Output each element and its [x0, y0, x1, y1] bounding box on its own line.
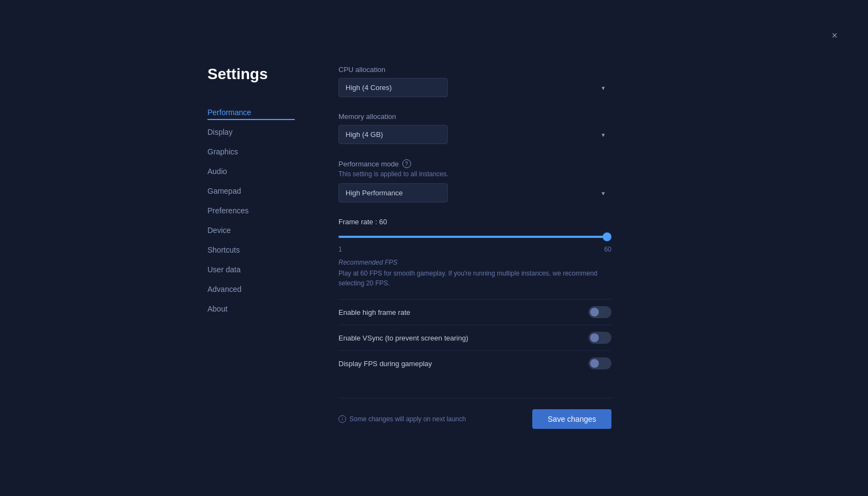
performance-mode-select[interactable]: High Performance Balanced Power Saver [338, 183, 448, 202]
fps-description: Play at 60 FPS for smooth gameplay. If y… [338, 268, 611, 288]
toggle-vsync[interactable] [588, 332, 611, 344]
recommended-fps-label: Recommended FPS [338, 259, 611, 266]
frame-rate-section: Frame rate : 60 1 60 Recommended FPS Pla… [338, 218, 611, 288]
performance-mode-label: Performance mode [338, 160, 399, 168]
toggle-label-display-fps: Display FPS during gameplay [338, 360, 432, 368]
performance-mode-sublabel: This setting is applied to all instances… [338, 170, 611, 178]
frame-rate-slider[interactable] [338, 231, 611, 242]
sidebar-item-about[interactable]: About [207, 301, 295, 316]
toggle-high-frame-rate[interactable] [588, 306, 611, 318]
performance-mode-label-row: Performance mode ? [338, 159, 611, 168]
cpu-allocation-select[interactable]: High (4 Cores) Low (1 Core) Medium (2 Co… [338, 78, 448, 97]
cpu-allocation-wrapper: High (4 Cores) Low (1 Core) Medium (2 Co… [338, 78, 611, 97]
toggle-label-vsync: Enable VSync (to prevent screen tearing) [338, 334, 468, 342]
slider-min-label: 1 [338, 246, 342, 253]
frame-rate-label: Frame rate : 60 [338, 218, 611, 226]
footer-bar: i Some changes will apply on next launch… [338, 398, 611, 429]
slider-max-label: 60 [604, 246, 611, 253]
sidebar-item-device[interactable]: Device [207, 223, 295, 238]
save-changes-button[interactable]: Save changes [532, 409, 611, 429]
sidebar-item-advanced[interactable]: Advanced [207, 282, 295, 297]
sidebar-item-audio[interactable]: Audio [207, 164, 295, 179]
toggle-display-fps[interactable] [588, 357, 611, 369]
memory-allocation-wrapper: High (4 GB) Low (1 GB) Medium (2 GB) Ult… [338, 125, 611, 144]
toggle-row-display-fps: Display FPS during gameplay [338, 350, 611, 376]
performance-mode-dropdown-arrow-icon: ▼ [601, 190, 606, 196]
toggle-row-high-frame-rate: Enable high frame rate [338, 299, 611, 325]
toggle-label-high-frame-rate: Enable high frame rate [338, 308, 411, 316]
toggle-row-vsync: Enable VSync (to prevent screen tearing) [338, 325, 611, 350]
footer-note: i Some changes will apply on next launch [338, 415, 466, 423]
sidebar-item-display[interactable]: Display [207, 124, 295, 140]
sidebar-item-shortcuts[interactable]: Shortcuts [207, 242, 295, 258]
footer-info-icon: i [338, 415, 346, 423]
sidebar-item-graphics[interactable]: Graphics [207, 144, 295, 159]
performance-mode-wrapper: High Performance Balanced Power Saver ▼ [338, 183, 611, 202]
sidebar-item-performance[interactable]: Performance [207, 105, 295, 120]
slider-range-labels: 1 60 [338, 246, 611, 253]
sidebar-item-preferences[interactable]: Preferences [207, 203, 295, 218]
sidebar: PerformanceDisplayGraphicsAudioGamepadPr… [207, 105, 295, 316]
page-title: Settings [207, 65, 295, 83]
cpu-dropdown-arrow-icon: ▼ [601, 85, 606, 91]
memory-allocation-section: Memory allocation High (4 GB) Low (1 GB)… [338, 112, 611, 144]
memory-allocation-label: Memory allocation [338, 112, 611, 121]
footer-note-text: Some changes will apply on next launch [349, 415, 466, 423]
sidebar-item-user-data[interactable]: User data [207, 262, 295, 277]
toggles-section: Enable high frame rateEnable VSync (to p… [338, 299, 611, 376]
close-button[interactable]: × [831, 31, 837, 40]
main-content: CPU allocation High (4 Cores) Low (1 Cor… [338, 65, 611, 451]
cpu-allocation-section: CPU allocation High (4 Cores) Low (1 Cor… [338, 65, 611, 97]
memory-allocation-select[interactable]: High (4 GB) Low (1 GB) Medium (2 GB) Ult… [338, 125, 448, 144]
memory-dropdown-arrow-icon: ▼ [601, 132, 606, 138]
performance-mode-section: Performance mode ? This setting is appli… [338, 159, 611, 202]
sidebar-item-gamepad[interactable]: Gamepad [207, 183, 295, 199]
cpu-allocation-label: CPU allocation [338, 65, 611, 74]
performance-mode-help-icon[interactable]: ? [402, 159, 411, 168]
